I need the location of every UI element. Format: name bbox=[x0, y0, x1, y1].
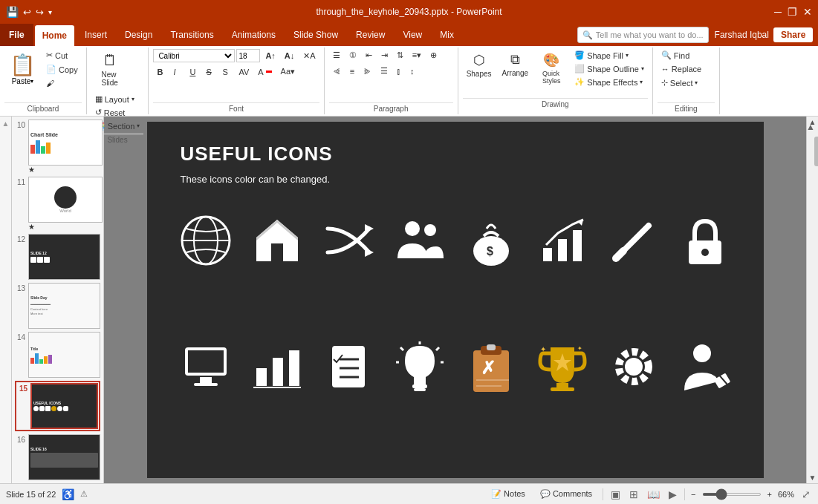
menu-mix[interactable]: Mix bbox=[431, 24, 463, 46]
restore-icon[interactable]: ❐ bbox=[788, 6, 797, 18]
menu-design[interactable]: Design bbox=[116, 24, 161, 46]
copy-button[interactable]: 📄 Copy bbox=[42, 63, 82, 76]
close-icon[interactable]: ✕ bbox=[803, 6, 812, 18]
menu-slideshow[interactable]: Slide Show bbox=[285, 24, 347, 46]
help-search[interactable]: 🔍 Tell me what you want to do... bbox=[577, 27, 709, 43]
paste-label[interactable]: Paste ▾ bbox=[12, 77, 34, 85]
cut-button[interactable]: ✂ Cut bbox=[42, 49, 82, 62]
divider bbox=[603, 488, 603, 500]
menu-insert[interactable]: Insert bbox=[76, 24, 116, 46]
slide-sorter-button[interactable]: ⊞ bbox=[628, 487, 640, 502]
save-icon[interactable]: 💾 bbox=[6, 6, 19, 18]
menu-view[interactable]: View bbox=[394, 24, 431, 46]
font-family-select[interactable]: Calibri bbox=[153, 49, 235, 62]
quick-styles-button[interactable]: 🎨 QuickStyles bbox=[535, 49, 568, 88]
select-button[interactable]: ⊹ Select ▾ bbox=[658, 76, 702, 89]
menu-animations[interactable]: Animations bbox=[223, 24, 285, 46]
underline-button[interactable]: U bbox=[186, 66, 201, 78]
align-right-button[interactable]: ⫸ bbox=[360, 65, 375, 77]
line-spacing-button[interactable]: ↕ bbox=[406, 65, 418, 77]
shapes-button[interactable]: ⬡ Shapes bbox=[463, 49, 496, 81]
clear-format-button[interactable]: ✕A bbox=[299, 50, 319, 62]
divider2 bbox=[684, 488, 685, 500]
layout-button[interactable]: ▦ Layout ▾ bbox=[91, 93, 144, 105]
columns-button[interactable]: ⫿ bbox=[393, 65, 405, 77]
font-size-input[interactable] bbox=[236, 49, 260, 62]
bold-button[interactable]: B bbox=[153, 66, 168, 78]
arrange-button[interactable]: ⧉ Arrange bbox=[499, 49, 533, 80]
decrease-font-button[interactable]: A↓ bbox=[281, 50, 298, 62]
menu-transitions[interactable]: Transitions bbox=[161, 24, 222, 46]
notes-button[interactable]: 📝 Notes bbox=[487, 488, 530, 500]
fit-window-button[interactable]: ⤢ bbox=[800, 487, 812, 502]
menu-review[interactable]: Review bbox=[347, 24, 394, 46]
align-left-button[interactable]: ⫷ bbox=[329, 65, 345, 77]
menu-file[interactable]: File bbox=[0, 24, 33, 46]
shape-outline-button[interactable]: ⬜ Shape Outline ▾ bbox=[571, 62, 648, 75]
zoom-out-icon[interactable]: − bbox=[691, 490, 695, 499]
text-direction-button[interactable]: ⇅ bbox=[393, 49, 407, 62]
window-title: through_the_keyhole_20943.pptx - PowerPo… bbox=[316, 7, 501, 17]
zoom-slider[interactable] bbox=[702, 493, 762, 496]
find-button[interactable]: 🔍 Find bbox=[658, 49, 693, 62]
shape-fill-icon: 🪣 bbox=[574, 50, 585, 60]
align-center-button[interactable]: ≡ bbox=[346, 65, 358, 77]
screwdriver-icon bbox=[604, 211, 663, 270]
slide-thumb-10[interactable]: 10 Chart Slide ★ bbox=[15, 120, 100, 174]
spacing-button[interactable]: AV bbox=[235, 66, 253, 78]
replace-label: Replace bbox=[672, 65, 701, 73]
slide-thumb-13[interactable]: 13 Slide Day ━━━━━━━━━ Content here More… bbox=[15, 283, 100, 329]
slide-thumb-11[interactable]: 11 World ★ bbox=[15, 177, 100, 231]
justify-button[interactable]: ☰ bbox=[377, 65, 392, 77]
shadow-button[interactable]: S bbox=[218, 66, 233, 78]
scroll-thumb[interactable] bbox=[814, 137, 819, 166]
increase-indent-button[interactable]: ⇥ bbox=[377, 49, 392, 62]
right-scrollbar[interactable]: ▲ ▼ bbox=[806, 117, 818, 483]
redo-icon[interactable]: ↪ bbox=[36, 7, 44, 18]
decrease-indent-button[interactable]: ⇤ bbox=[362, 49, 376, 62]
minimize-icon[interactable]: ─ bbox=[774, 6, 782, 18]
app-body: ▲ 10 Chart Slide bbox=[0, 117, 818, 483]
strikethrough-button[interactable]: S bbox=[202, 66, 217, 78]
slide-thumb-12[interactable]: 12 SLIDE 12 bbox=[15, 234, 100, 280]
format-painter-button[interactable]: 🖌 bbox=[42, 77, 82, 89]
comments-button[interactable]: 💬 Comments bbox=[536, 488, 597, 500]
shape-fill-button[interactable]: 🪣 Shape Fill ▾ bbox=[571, 49, 648, 62]
scroll-down-arrow[interactable]: ▼ bbox=[808, 472, 818, 483]
shape-effects-button[interactable]: ✨ Shape Effects ▾ bbox=[571, 76, 648, 88]
paste-button[interactable]: 📋 Paste ▾ bbox=[4, 49, 41, 89]
new-slide-icon: 🗒 bbox=[103, 52, 117, 69]
font-color-button[interactable]: A bbox=[254, 66, 275, 78]
slideshow-button[interactable]: ▶ bbox=[667, 487, 678, 502]
zoom-in-icon[interactable]: + bbox=[767, 490, 772, 499]
ribbon-collapse-button[interactable]: ▲ bbox=[806, 122, 815, 132]
convert-button[interactable]: ≡▾ bbox=[409, 49, 425, 62]
reading-view-button[interactable]: 📖 bbox=[646, 487, 661, 502]
smartart-button[interactable]: ⊕ bbox=[426, 49, 441, 62]
slide-thumb-16[interactable]: 16 SLIDE 16 bbox=[15, 434, 100, 480]
menu-home[interactable]: Home bbox=[35, 25, 74, 46]
normal-view-button[interactable]: ▣ bbox=[609, 487, 622, 502]
italic-button[interactable]: I bbox=[169, 66, 184, 78]
drawing-group: ⬡ Shapes ⧉ Arrange 🎨 QuickStyles 🪣 bbox=[458, 48, 653, 114]
svg-rect-26 bbox=[289, 350, 299, 386]
comments-label: Comments bbox=[553, 489, 592, 498]
slide-thumb-15[interactable]: 15 USEFUL ICONS bbox=[15, 381, 100, 431]
increase-font-button[interactable]: A↑ bbox=[262, 50, 279, 62]
svg-line-36 bbox=[436, 347, 439, 350]
slide-canvas[interactable]: USEFUL ICONS These icons color can be ch… bbox=[147, 122, 764, 478]
undo-icon[interactable]: ↩ bbox=[23, 7, 31, 18]
new-slide-button[interactable]: 🗒 NewSlide bbox=[91, 49, 129, 90]
slide-preview-15: USEFUL ICONS bbox=[30, 383, 98, 429]
replace-button[interactable]: ↔ Replace bbox=[658, 63, 705, 75]
slide-thumb-14[interactable]: 14 Title bbox=[15, 332, 100, 378]
shape-effects-label: Shape Effects bbox=[587, 78, 637, 87]
text-size-button[interactable]: Aa▾ bbox=[277, 65, 299, 78]
bullets-button[interactable]: ☰ bbox=[329, 49, 344, 62]
share-button[interactable]: Share bbox=[773, 27, 813, 42]
quick-styles-icon: 🎨 bbox=[543, 52, 559, 68]
svg-rect-22 bbox=[200, 377, 212, 383]
customize-qat-icon[interactable]: ▾ bbox=[48, 8, 52, 16]
reset-button[interactable]: ↺ Reset bbox=[91, 106, 144, 119]
numbering-button[interactable]: ① bbox=[345, 49, 360, 62]
